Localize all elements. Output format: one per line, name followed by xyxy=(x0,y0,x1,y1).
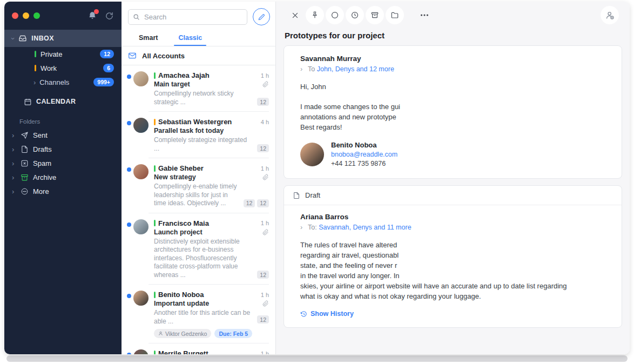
email-list-item[interactable]: Merrile Burgett 1 h Objectively empower … xyxy=(122,343,275,354)
search-input[interactable] xyxy=(143,12,242,22)
chevron-right-icon: › xyxy=(12,160,16,167)
chevron-right-icon: › xyxy=(12,174,16,181)
message-card: Savannah Murray › To John, Denys and 12 … xyxy=(284,45,622,179)
mail-icon xyxy=(128,51,137,60)
all-accounts-header[interactable]: All Accounts xyxy=(122,46,275,65)
draft-recipients-row[interactable]: › To: Savannah, Denys and 11 more xyxy=(308,224,605,231)
history-icon xyxy=(300,311,307,318)
reading-pane: Prototypes for our project Savannah Murr… xyxy=(276,2,630,354)
more-icon xyxy=(21,187,29,196)
close-button[interactable] xyxy=(286,6,304,24)
draft-card: Draft Ariana Barros › To: Savannah, Deny… xyxy=(284,185,622,328)
sidebar-item-label: Drafts xyxy=(33,145,52,153)
close-icon xyxy=(291,11,299,19)
sidebar-item-sent[interactable]: › Sent xyxy=(4,128,122,142)
sidebar-item-archive[interactable]: › Archive xyxy=(4,170,122,184)
show-history-link[interactable]: Show History xyxy=(300,310,605,318)
list-tabs: Smart Classic xyxy=(122,30,275,46)
assignee-tag[interactable]: Viktor Gedzenko xyxy=(154,329,211,338)
email-list-item[interactable]: Gabie Sheber 1 h New strategy Compelling… xyxy=(122,158,275,213)
email-list-item[interactable]: Sebastian Westergren 4 h Parallel task f… xyxy=(122,112,275,158)
sidebar-item-calendar[interactable]: CALENDAR xyxy=(4,93,122,110)
avatar xyxy=(133,118,149,133)
email-list: Amachea Jajah 1 h Main target Compelling… xyxy=(122,65,275,354)
sidebar-item-drafts[interactable]: › Drafts xyxy=(4,142,122,156)
email-list-item[interactable]: Amachea Jajah 1 h Main target Compelling… xyxy=(122,65,275,112)
email-list-item[interactable]: Benito Noboa 1 h Important update Anothe… xyxy=(122,285,275,343)
sidebar-item-spam[interactable]: › Spam xyxy=(4,156,122,170)
avatar xyxy=(133,219,149,234)
sent-icon xyxy=(21,131,29,139)
bell-icon[interactable] xyxy=(87,11,97,21)
draft-header: Draft xyxy=(284,186,622,205)
sidebar-item-label: Work xyxy=(41,64,57,72)
unread-dot xyxy=(127,223,131,227)
share-contact-button[interactable] xyxy=(601,6,619,24)
tab-classic[interactable]: Classic xyxy=(177,31,203,46)
due-date-tag[interactable]: Due: Feb 5 xyxy=(214,329,252,338)
email-list-item[interactable]: Francisco Maia 1 h Launch project Distin… xyxy=(122,213,275,285)
draft-body-text: The rules of travel have altered regardi… xyxy=(300,240,605,301)
sidebar-item-private[interactable]: Private 12 xyxy=(4,47,122,61)
avatar xyxy=(133,349,149,354)
compose-icon xyxy=(258,14,265,21)
chevron-right-icon: › xyxy=(33,79,36,86)
inbox-icon xyxy=(18,34,27,43)
sync-icon[interactable] xyxy=(105,11,114,21)
app-screenshot: › INBOX Private 12 Work 6 › Channels 999… xyxy=(0,0,634,364)
unread-dot xyxy=(127,121,131,125)
person-icon xyxy=(158,331,163,336)
count-badge: 12 xyxy=(257,271,269,279)
chevron-right-icon: › xyxy=(12,188,16,195)
chevron-right-icon: › xyxy=(300,65,302,73)
minimize-traffic-light[interactable] xyxy=(23,12,29,19)
recipients-link[interactable]: John, Denys and 12 more xyxy=(317,65,394,73)
circle-icon xyxy=(331,11,339,19)
sidebar-item-label: Archive xyxy=(33,173,56,181)
snooze-icon xyxy=(350,11,359,19)
paperclip-icon xyxy=(262,229,269,235)
count-badge: 12 xyxy=(244,199,255,207)
recipients-row[interactable]: › To John, Denys and 12 more xyxy=(308,65,605,73)
recipients-link[interactable]: Savannah, Denys and 11 more xyxy=(319,224,411,231)
paperclip-icon xyxy=(262,81,269,87)
calendar-icon xyxy=(24,98,32,106)
tab-smart[interactable]: Smart xyxy=(138,31,159,46)
pin-icon xyxy=(311,11,319,19)
message-body: Hi, John I made some changes to the gui … xyxy=(300,82,605,132)
unread-count-badge: 999+ xyxy=(93,78,114,86)
snooze-button[interactable] xyxy=(346,6,364,24)
sidebar-item-more[interactable]: › More xyxy=(4,184,122,198)
pin-button[interactable] xyxy=(306,6,324,24)
signature-email[interactable]: bnoboa@readdle.com xyxy=(331,151,397,158)
chevron-right-icon: › xyxy=(12,146,16,153)
sidebar: › INBOX Private 12 Work 6 › Channels 999… xyxy=(4,2,122,354)
sidebar-item-inbox[interactable]: › INBOX xyxy=(4,30,122,47)
avatar xyxy=(300,143,324,166)
folders-heading: Folders xyxy=(19,118,122,125)
paperclip-icon xyxy=(262,300,269,307)
signature-block: Benito Noboa bnoboa@readdle.com +44 121 … xyxy=(300,141,605,167)
zoom-traffic-light[interactable] xyxy=(33,12,40,19)
signature-phone: +44 121 735 9876 xyxy=(331,160,397,167)
archive-button[interactable] xyxy=(366,6,384,24)
more-actions-button[interactable] xyxy=(415,6,434,24)
titlebar xyxy=(4,2,122,30)
sidebar-item-label: INBOX xyxy=(31,35,54,42)
draft-doc-icon xyxy=(293,192,300,199)
sidebar-item-work[interactable]: Work 6 xyxy=(4,61,122,75)
message-title: Prototypes for our project xyxy=(285,31,630,40)
unread-dot xyxy=(127,167,131,172)
search-icon xyxy=(133,14,140,21)
mail-list-column: Smart Classic All Accounts Amachea Jajah… xyxy=(122,2,276,354)
folder-icon xyxy=(390,11,399,19)
chevron-down-icon: › xyxy=(10,37,17,39)
compose-button[interactable] xyxy=(253,8,270,25)
mark-unread-button[interactable] xyxy=(326,6,344,24)
count-badge: 12 xyxy=(257,144,269,152)
sidebar-item-channels[interactable]: › Channels 999+ xyxy=(4,75,122,89)
sidebar-item-label: Sent xyxy=(33,131,48,139)
close-traffic-light[interactable] xyxy=(12,12,18,19)
move-to-folder-button[interactable] xyxy=(386,6,404,24)
folder-color-bar xyxy=(35,65,36,71)
